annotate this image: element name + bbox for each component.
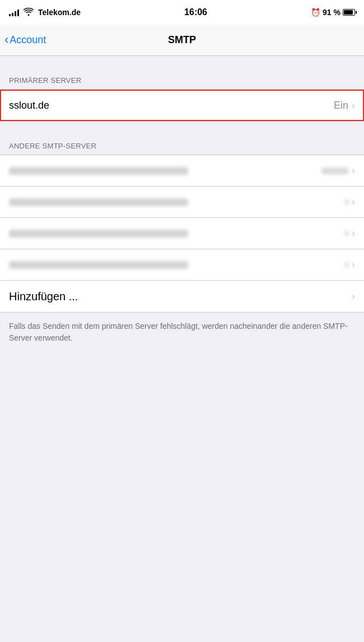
smtp-server-row-4[interactable]: › bbox=[0, 249, 364, 281]
status-bar: Telekom.de 16:06 ⏰ 91 % bbox=[0, 0, 364, 25]
smtp-server-1-name bbox=[9, 167, 188, 175]
primary-server-row[interactable]: sslout.de Ein › bbox=[0, 90, 364, 121]
smtp-server-row-1[interactable]: › bbox=[0, 155, 364, 187]
status-right: ⏰ 91 % bbox=[311, 8, 355, 17]
smtp-server-2-status: › bbox=[345, 196, 355, 208]
back-button[interactable]: ‹ Account bbox=[4, 34, 46, 46]
add-smtp-label: Hinzufügen ... bbox=[9, 290, 352, 303]
primary-server-group: sslout.de Ein › bbox=[0, 89, 364, 122]
smtp-server-3-name bbox=[9, 230, 188, 238]
smtp-server-4-name bbox=[9, 261, 188, 269]
status-time: 16:06 bbox=[184, 7, 207, 17]
chevron-right-icon-1: › bbox=[352, 165, 355, 176]
primary-server-status: Ein bbox=[334, 100, 348, 111]
primary-server-name: sslout.de bbox=[9, 100, 334, 111]
signal-icon bbox=[9, 8, 19, 16]
spacer-middle bbox=[0, 122, 364, 132]
chevron-right-icon-4: › bbox=[352, 259, 355, 271]
wifi-icon bbox=[24, 8, 34, 17]
smtp-server-1-status: › bbox=[321, 165, 355, 176]
chevron-right-icon-3: › bbox=[352, 227, 355, 239]
chevron-right-icon-add: › bbox=[352, 291, 355, 303]
add-smtp-chevron: › bbox=[352, 291, 355, 303]
nav-bar: ‹ Account SMTP bbox=[0, 25, 364, 56]
chevron-right-icon: › bbox=[352, 100, 355, 111]
page-title: SMTP bbox=[168, 34, 196, 46]
other-smtp-group: › › › › Hinzufügen ... › bbox=[0, 155, 364, 313]
other-smtp-header: ANDERE SMTP-SERVER bbox=[0, 132, 364, 155]
smtp-server-row-3[interactable]: › bbox=[0, 218, 364, 249]
carrier-text: Telekom.de bbox=[38, 8, 81, 17]
primary-server-header: PRIMÄRER SERVER bbox=[0, 66, 364, 89]
back-label: Account bbox=[10, 34, 46, 46]
smtp-server-row-2[interactable]: › bbox=[0, 187, 364, 218]
battery-icon bbox=[343, 9, 355, 16]
chevron-right-icon-2: › bbox=[352, 196, 355, 208]
smtp-server-3-status: › bbox=[345, 227, 355, 239]
smtp-server-2-name bbox=[9, 198, 188, 206]
battery-percent: 91 % bbox=[323, 8, 340, 17]
smtp-server-4-status: › bbox=[345, 259, 355, 271]
add-smtp-row[interactable]: Hinzufügen ... › bbox=[0, 281, 364, 312]
spacer-top bbox=[0, 56, 364, 66]
footer-note: Falls das Senden mit dem primären Server… bbox=[0, 313, 364, 352]
status-left: Telekom.de bbox=[9, 8, 81, 17]
primary-server-status-area: Ein › bbox=[334, 100, 355, 111]
alarm-icon: ⏰ bbox=[311, 8, 320, 17]
chevron-left-icon: ‹ bbox=[4, 34, 8, 46]
